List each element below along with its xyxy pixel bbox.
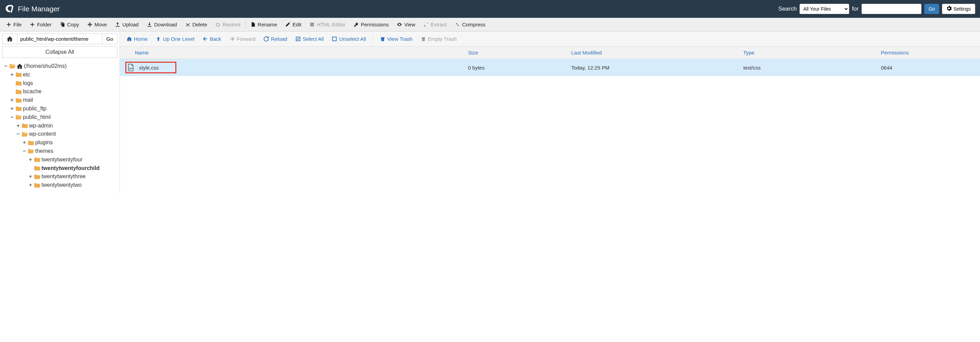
compress-icon [455,22,460,27]
view-trash-button[interactable]: View Trash [377,34,416,44]
collapse-icon[interactable]: − [3,62,8,70]
tree-item-wp-admin[interactable]: +wp-admin [16,121,116,130]
expand-icon[interactable]: + [22,139,27,147]
col-permissions[interactable]: Permissions [877,46,980,59]
back-arrow-icon [203,36,208,42]
code-file-icon [127,64,134,71]
forward-arrow-icon [229,36,235,42]
trash-icon [380,36,385,42]
svg-rect-0 [332,37,336,41]
tree-item-tt4[interactable]: +twentytwentyfour [28,156,116,164]
col-type[interactable]: Type [739,46,877,59]
folder-icon [16,72,22,77]
move-button[interactable]: Move [83,18,111,31]
select-all-button[interactable]: Select All [292,34,327,44]
folder-button[interactable]: Folder [26,18,56,31]
tree-item-wp-content[interactable]: −wp-content [16,130,116,139]
path-input[interactable] [18,34,102,44]
home-icon [7,36,13,42]
collapse-icon[interactable]: − [22,147,27,156]
folder-icon [16,106,22,111]
tree-root[interactable]: − (/home/shu02ms) [3,62,116,70]
upload-button[interactable]: Upload [111,18,143,31]
settings-button[interactable]: Settings [942,4,975,14]
search-label: Search [778,5,797,12]
path-go-button[interactable]: Go [102,34,117,44]
check-square-icon [296,36,301,42]
tree-item-tt2[interactable]: +twentytwentytwo [28,181,116,190]
search-go-button[interactable]: Go [924,4,940,14]
copy-icon [60,22,65,27]
edit-button[interactable]: Edit [281,18,305,31]
unselect-all-button[interactable]: Unselect All [328,34,369,44]
permissions-button[interactable]: Permissions [350,18,393,31]
tree-item-tt4child[interactable]: twentytwentyfourchild [28,164,116,173]
tree-item-mail[interactable]: +mail [10,96,116,104]
home-icon [127,36,132,42]
compress-button[interactable]: Compress [450,18,489,31]
back-button[interactable]: Back [199,34,224,44]
col-modified[interactable]: Last Modified [567,46,739,59]
download-button[interactable]: Download [143,18,181,31]
file-modified: Today, 12:25 PM [567,59,739,77]
col-size[interactable]: Size [464,46,567,59]
collapse-icon[interactable]: − [10,113,14,121]
folder-open-icon [16,115,22,120]
home-icon [17,64,22,69]
folder-icon [16,81,22,86]
plus-icon [30,22,35,27]
folder-icon [16,89,22,94]
expand-icon[interactable]: + [28,156,33,164]
tree-item-public-html[interactable]: −public_html [10,113,116,121]
tree-item-tt3[interactable]: +twentytwentythree [28,173,116,181]
reload-button[interactable]: Reload [260,34,291,44]
plus-icon [6,22,11,27]
download-icon [147,22,152,27]
tree-item-logs[interactable]: logs [10,79,116,88]
expand-icon[interactable]: + [10,96,14,104]
view-button[interactable]: View [393,18,419,31]
table-row[interactable]: style.css 0 bytes Today, 12:25 PM text/c… [120,59,980,77]
path-bar: Go [2,34,118,44]
expand-icon[interactable]: + [28,173,33,181]
forward-button: Forward [226,34,259,44]
rename-button[interactable]: Rename [247,18,282,31]
tree-item-plugins[interactable]: +plugins [22,139,116,147]
expand-icon[interactable]: + [10,70,14,79]
file-size: 0 bytes [464,59,567,77]
search-scope-select[interactable]: All Your Files [800,4,849,14]
secondary-toolbar: Home Up One Level Back Forward Reload Se… [120,32,980,46]
folder-icon [34,166,40,171]
highlight-box: style.css [125,62,177,74]
tree-item-themes[interactable]: −themes [22,147,116,156]
search-input[interactable] [862,4,921,14]
delete-button[interactable]: Delete [181,18,211,31]
file-permissions: 0644 [877,59,980,77]
trash-icon [421,36,426,42]
file-table: Name Size Last Modified Type Permissions… [120,46,980,76]
search-group: Search All Your Files for Go Settings [778,4,975,14]
main-area: Go Collapse All − (/home/shu02ms) +etc l… [0,32,980,193]
expand-icon[interactable]: + [10,104,14,113]
collapse-icon[interactable]: − [16,130,21,139]
up-one-level-button[interactable]: Up One Level [153,34,198,44]
expand-icon[interactable]: + [16,121,21,130]
tree-item-lscache[interactable]: lscache [10,87,116,96]
tree-item-public-ftp[interactable]: +public_ftp [10,104,116,113]
folder-icon [34,157,40,162]
collapse-all-button[interactable]: Collapse All [2,46,118,58]
copy-button[interactable]: Copy [56,18,83,31]
path-home-button[interactable] [2,34,18,44]
home-button[interactable]: Home [123,34,151,44]
tree-item-etc[interactable]: +etc [10,70,116,79]
key-icon [354,22,359,27]
restore-button: Restore [211,18,245,31]
logo-wrap: File Manager [5,4,60,14]
cpanel-logo-icon [5,4,14,14]
empty-trash-button: Empty Trash [417,34,460,44]
expand-icon[interactable]: + [28,181,33,190]
file-button[interactable]: File [2,18,26,31]
folder-tree: − (/home/shu02ms) +etc logs lscache +mai… [0,60,119,193]
col-name[interactable]: Name [120,46,464,59]
folder-open-icon [10,64,16,69]
